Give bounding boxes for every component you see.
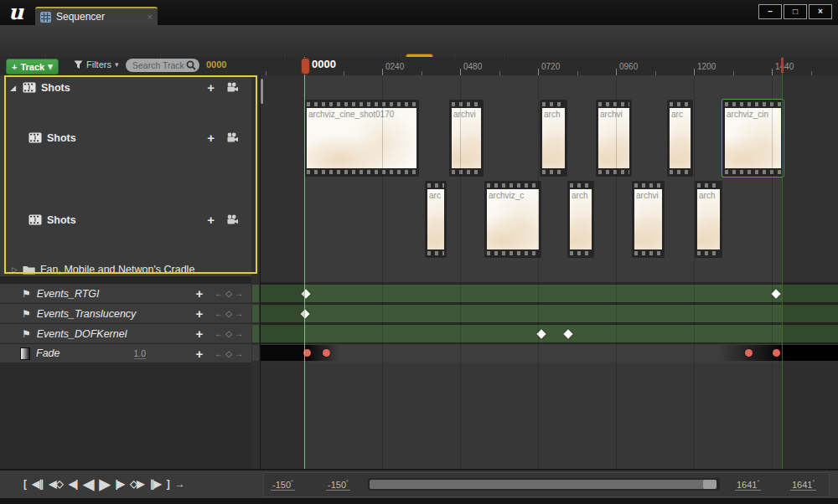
playhead-marker[interactable] bbox=[301, 58, 310, 75]
key-navigation[interactable]: ← ◇ → bbox=[215, 329, 243, 338]
transport-next-frame[interactable]: |▶ bbox=[115, 478, 124, 490]
shots-lane-2[interactable]: arcarchviz_carcharchviarch bbox=[260, 181, 838, 258]
track-row-events-rtgi[interactable]: ⚑ Events_RTGI + ← ◇ → bbox=[0, 284, 251, 304]
timeline-scrollbar-handle[interactable] bbox=[703, 480, 716, 489]
transport-next-key[interactable]: ◇▶ bbox=[130, 478, 143, 490]
track-row-shots-2[interactable]: Shots + bbox=[0, 127, 251, 148]
playhead-line[interactable] bbox=[304, 57, 305, 469]
track-row-events-translucency[interactable]: ⚑ Events_Translucency + ← ◇ → bbox=[0, 304, 251, 324]
shot-clip[interactable]: arch bbox=[540, 100, 567, 177]
shot-clip[interactable]: archvi bbox=[449, 100, 484, 177]
timeline-empty-area[interactable] bbox=[260, 363, 838, 469]
tab-sequencer[interactable]: Sequencer × bbox=[35, 7, 158, 25]
track-row-events-dofkernel[interactable]: ⚑ Events_DOFKernel + ← ◇ → bbox=[0, 324, 251, 344]
previous-key-icon[interactable]: ← bbox=[215, 349, 223, 358]
track-label: Shots bbox=[47, 132, 76, 144]
minimize-button[interactable]: – bbox=[758, 4, 782, 19]
view-range-start-field[interactable]: -150* bbox=[326, 479, 350, 491]
close-button[interactable]: × bbox=[809, 4, 832, 19]
keyframe-diamond[interactable] bbox=[301, 289, 310, 298]
events-rtgi-track-lane[interactable] bbox=[260, 285, 838, 302]
camera-cut-icon[interactable] bbox=[226, 214, 240, 225]
tab-close-icon[interactable]: × bbox=[147, 12, 153, 22]
maximize-button[interactable]: □ bbox=[784, 4, 807, 19]
track-row-shots-3[interactable]: Shots + bbox=[0, 209, 251, 230]
transport-previous-key[interactable]: ◀◇ bbox=[49, 478, 62, 490]
key-navigation[interactable]: ← ◇ → bbox=[215, 289, 243, 298]
panel-divider bbox=[0, 276, 251, 284]
add-key-icon[interactable]: ◇ bbox=[225, 329, 232, 338]
next-key-icon[interactable]: → bbox=[235, 329, 243, 338]
current-time-field[interactable]: 0000 bbox=[206, 59, 226, 69]
previous-key-icon[interactable]: ← bbox=[215, 329, 223, 338]
timeline-scrollbar[interactable] bbox=[368, 478, 720, 491]
fade-value-field[interactable]: 1.0 bbox=[134, 348, 147, 359]
add-track-button[interactable]: + Track ▾ bbox=[6, 59, 59, 75]
transport-set-playback-end[interactable]: ] bbox=[167, 478, 169, 490]
previous-key-icon[interactable]: ← bbox=[215, 289, 223, 298]
transport-previous-frame[interactable]: ◀| bbox=[69, 478, 78, 490]
transport-set-playback-start[interactable]: [ bbox=[23, 478, 26, 490]
filters-button[interactable]: Filters ▾ bbox=[74, 59, 118, 69]
ruler-tick bbox=[538, 69, 539, 75]
shot-clip[interactable]: arch bbox=[695, 181, 722, 258]
transport-go-to-front[interactable]: ◀∥ bbox=[32, 478, 43, 490]
track-panel-scrollbar[interactable] bbox=[261, 79, 263, 104]
transport-go-to-end[interactable]: ∥▶ bbox=[150, 478, 161, 490]
add-key-icon[interactable]: ◇ bbox=[225, 289, 232, 298]
keyframe-diamond[interactable] bbox=[563, 329, 572, 338]
expand-arrow-icon[interactable]: ◢ bbox=[10, 84, 16, 92]
shot-clip[interactable]: arc bbox=[667, 100, 693, 177]
next-key-icon[interactable]: → bbox=[235, 309, 243, 318]
events-dofkernel-track-lane[interactable] bbox=[260, 325, 838, 342]
track-row-shots-1[interactable]: ◢ Shots + bbox=[0, 77, 251, 98]
add-key-button[interactable]: + bbox=[196, 347, 204, 360]
shot-clip[interactable]: archvi bbox=[596, 100, 632, 177]
shot-clip[interactable]: archvi bbox=[632, 181, 665, 258]
fade-track-lane[interactable] bbox=[260, 345, 838, 361]
add-key-icon[interactable]: ◇ bbox=[225, 309, 232, 318]
camera-cut-icon[interactable] bbox=[226, 132, 240, 143]
shot-clip[interactable]: archviz_cin bbox=[722, 100, 784, 177]
collapse-arrow-icon[interactable]: ▷ bbox=[12, 265, 18, 274]
next-key-icon[interactable]: → bbox=[235, 289, 243, 298]
track-label: Events_DOFKernel bbox=[37, 328, 127, 340]
view-range-end-field[interactable]: 1641* bbox=[735, 479, 761, 491]
track-row-folder[interactable]: ▷ Fan, Mobile and Netwon's Cradle bbox=[0, 263, 251, 276]
add-event-button[interactable]: + bbox=[196, 307, 204, 320]
sequencer-window: u Sequencer × – □ × ▾ bbox=[0, 0, 838, 504]
shot-clip[interactable]: arch bbox=[567, 181, 594, 258]
shot-clip[interactable]: arc bbox=[425, 181, 447, 258]
playback-range-end-field[interactable]: 1641* bbox=[790, 479, 816, 491]
keyframe-diamond[interactable] bbox=[536, 329, 546, 338]
playback-range-start-field[interactable]: -150* bbox=[271, 479, 295, 491]
fade-keyframe[interactable] bbox=[773, 349, 780, 357]
fade-keyframe[interactable] bbox=[323, 349, 330, 357]
add-shot-button[interactable]: + bbox=[207, 131, 215, 144]
add-event-button[interactable]: + bbox=[196, 327, 204, 340]
next-key-icon[interactable]: → bbox=[235, 349, 243, 358]
previous-key-icon[interactable]: ← bbox=[215, 309, 223, 318]
keyframe-diamond[interactable] bbox=[771, 289, 780, 298]
transport-play-forward[interactable]: ▶ bbox=[99, 476, 109, 493]
ruler-tick-label: 0720 bbox=[541, 62, 560, 71]
timeline-scrollbar-thumb[interactable] bbox=[370, 480, 705, 489]
track-row-fade[interactable]: Fade 1.0 + ← ◇ → bbox=[0, 344, 251, 363]
search-track-input[interactable]: Search Track bbox=[126, 59, 199, 72]
shot-clip[interactable]: archviz_c bbox=[484, 181, 541, 258]
timeline-ruler[interactable]: 0000 024004800720096012001440 bbox=[260, 57, 838, 76]
camera-cut-icon[interactable] bbox=[226, 82, 240, 93]
keyframe-diamond[interactable] bbox=[300, 309, 309, 318]
add-key-icon[interactable]: ◇ bbox=[225, 349, 232, 358]
fade-keyframe[interactable] bbox=[745, 349, 753, 357]
add-shot-button[interactable]: + bbox=[207, 81, 215, 94]
add-event-button[interactable]: + bbox=[196, 287, 204, 300]
add-shot-button[interactable]: + bbox=[207, 213, 215, 226]
shot-clip[interactable]: archviz_cine_shot0170 bbox=[304, 100, 419, 177]
transport-loop-mode[interactable]: → bbox=[175, 478, 184, 490]
shots-lane-1[interactable]: archviz_cine_shot0170archviarcharchviarc… bbox=[260, 100, 838, 177]
transport-play-reverse[interactable]: ◀ bbox=[83, 476, 93, 493]
key-navigation[interactable]: ← ◇ → bbox=[215, 309, 243, 318]
key-navigation[interactable]: ← ◇ → bbox=[215, 349, 243, 358]
events-translucency-track-lane[interactable] bbox=[260, 305, 838, 322]
